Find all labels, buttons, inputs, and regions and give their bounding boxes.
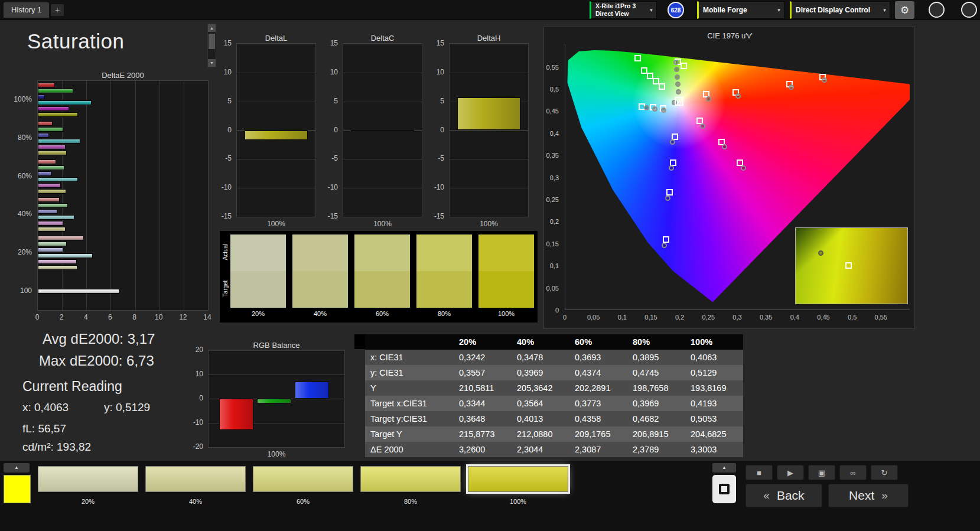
- calibration-app-window: History 1 + X-Rite i1Pro 3 Direct View ▾…: [0, 0, 980, 531]
- max-de2000: Max dE2000: 6,73: [39, 353, 154, 369]
- swatch-label: 100%: [468, 498, 568, 505]
- pattern-swatch[interactable]: 100%: [468, 465, 568, 507]
- table-row: Target y:CIE310,36480,40130,43580,46820,…: [365, 411, 743, 426]
- pattern-size-button[interactable]: ▣: [808, 465, 835, 480]
- axis-tick-label: 0,4: [783, 314, 806, 321]
- gridline: [450, 73, 528, 73]
- round-button-1[interactable]: [929, 2, 945, 18]
- table-cell: 0,3564: [512, 396, 569, 411]
- axis-tick-label: 0,05: [582, 314, 605, 321]
- deltaC-chart-title: DeltaC: [343, 34, 422, 43]
- axis-tick-label: 0,35: [754, 314, 778, 321]
- table-cell: 204,6825: [685, 426, 743, 442]
- measurement-point: [700, 123, 705, 129]
- continuous-read-button[interactable]: ∞: [839, 465, 867, 480]
- infinity-icon: ∞: [850, 468, 855, 477]
- de-bar: [38, 189, 66, 194]
- collapse-right-button[interactable]: ▲: [712, 463, 736, 473]
- history-tab[interactable]: History 1: [4, 2, 49, 18]
- actual-swatch: [230, 234, 286, 271]
- axis-tick-label: 0: [334, 126, 338, 134]
- pattern-swatch[interactable]: 20%: [38, 465, 138, 507]
- display-control-dropdown[interactable]: Direct Display Control ▾: [790, 1, 890, 19]
- round-button-2[interactable]: [961, 2, 977, 18]
- current-reading-heading: Current Reading: [22, 379, 122, 395]
- next-button[interactable]: Next »: [828, 484, 909, 507]
- de-bar: [38, 289, 119, 294]
- pattern-swatch[interactable]: 60%: [253, 465, 353, 507]
- actual-swatch: [292, 234, 348, 271]
- table-cell: 0,3773: [569, 396, 627, 411]
- swatch-column-label: 60%: [354, 310, 410, 317]
- swatch-label: 20%: [38, 498, 138, 505]
- axis-tick-label: 0,15: [546, 240, 559, 247]
- table-cell: 193,8169: [685, 380, 743, 396]
- target-swatch: [292, 271, 348, 308]
- scroll-up-button[interactable]: ▲: [208, 24, 216, 32]
- gridline: [450, 44, 528, 44]
- column-header: 60%: [569, 334, 627, 350]
- cie-chart-title: CIE 1976 u'v': [544, 31, 916, 40]
- meter-label: X-Rite i1Pro 3 Direct View: [591, 2, 638, 18]
- axis-tick-label: 0,25: [696, 314, 720, 321]
- gridline: [110, 81, 111, 310]
- gridline: [343, 44, 422, 44]
- deltae-chart-title: DeltaE 2000: [37, 71, 209, 80]
- de-bar: [38, 83, 55, 87]
- swatch-color: [468, 466, 568, 492]
- play-button[interactable]: ▶: [777, 465, 804, 480]
- rgb-x-label: 100%: [208, 450, 345, 458]
- de-bar: [38, 236, 84, 240]
- table-cell: 210,5811: [454, 380, 512, 396]
- de-bar: [38, 259, 77, 264]
- back-label: Back: [777, 488, 805, 503]
- target-point: [663, 236, 669, 243]
- cie-x-axis: 00,050,10,150,20,250,30,350,40,450,50,55: [565, 314, 910, 322]
- stop-button[interactable]: ■: [745, 465, 773, 480]
- table-cell: 0,3895: [627, 350, 685, 365]
- swatch-label: 80%: [360, 498, 461, 505]
- de-bar: [38, 127, 63, 132]
- source-dropdown[interactable]: Mobile Forge ▾: [697, 1, 784, 19]
- target-row-label: Target: [222, 272, 229, 306]
- pattern-window-button[interactable]: [712, 475, 736, 503]
- measurement-point: [669, 165, 674, 171]
- target-point: [659, 83, 665, 90]
- settings-button[interactable]: ⚙: [895, 1, 914, 19]
- axis-tick-label: 5: [227, 97, 232, 105]
- collapse-left-button[interactable]: ▲: [4, 463, 30, 473]
- row-label: x: CIE31: [365, 350, 454, 365]
- gridline: [237, 73, 315, 73]
- zoom-inset: [795, 227, 908, 304]
- table-cell: 0,3557: [454, 365, 512, 380]
- gear-icon: ⚙: [900, 4, 909, 17]
- swatch-color: [145, 466, 246, 492]
- back-chevron-icon: «: [763, 489, 770, 502]
- meter-count-badge[interactable]: 628: [668, 2, 684, 18]
- next-label: Next: [849, 488, 874, 503]
- deltaH-y-axis: 151050-5-10-15: [426, 43, 447, 220]
- de-bar: [38, 95, 45, 99]
- pattern-swatch[interactable]: 40%: [145, 465, 246, 507]
- table-cell: 198,7658: [627, 380, 685, 396]
- axis-tick-label: -15: [222, 212, 232, 220]
- rgb-balance-title: RGB Balance: [208, 341, 345, 350]
- zero-value-bar: [351, 130, 414, 131]
- back-button[interactable]: « Back: [745, 484, 822, 507]
- column-header: 80%: [627, 334, 685, 350]
- gridline: [343, 73, 422, 73]
- pattern-swatch[interactable]: 80%: [360, 465, 461, 507]
- deltaH-chart-title: DeltaH: [449, 34, 529, 43]
- deltaC-y-axis: 151050-5-10-15: [320, 43, 340, 220]
- axis-tick-label: 5: [440, 97, 444, 105]
- target-swatch: [416, 271, 472, 308]
- axis-tick-label: 0,45: [812, 314, 835, 321]
- axis-tick-label: 0,1: [550, 262, 559, 269]
- meter-dropdown[interactable]: X-Rite i1Pro 3 Direct View ▾: [590, 1, 657, 19]
- axis-tick-label: 80%: [18, 133, 32, 142]
- refresh-button[interactable]: ↻: [871, 465, 898, 480]
- axis-tick-label: -5: [331, 154, 338, 162]
- axis-tick-label: 0: [440, 126, 444, 134]
- de-bar: [38, 100, 92, 105]
- add-tab-button[interactable]: +: [51, 4, 64, 16]
